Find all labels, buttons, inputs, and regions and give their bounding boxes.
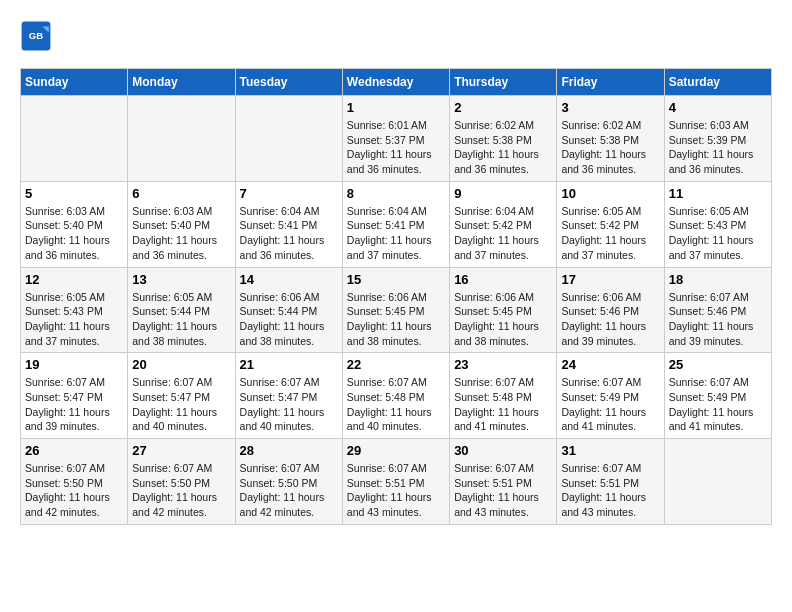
day-number: 12 [25,272,123,287]
calendar-cell [235,96,342,182]
day-detail: Sunrise: 6:07 AM Sunset: 5:48 PM Dayligh… [347,375,445,434]
week-row-4: 19Sunrise: 6:07 AM Sunset: 5:47 PM Dayli… [21,353,772,439]
day-number: 7 [240,186,338,201]
calendar-cell: 5Sunrise: 6:03 AM Sunset: 5:40 PM Daylig… [21,181,128,267]
calendar-cell [21,96,128,182]
day-number: 31 [561,443,659,458]
calendar-cell: 3Sunrise: 6:02 AM Sunset: 5:38 PM Daylig… [557,96,664,182]
day-number: 4 [669,100,767,115]
day-detail: Sunrise: 6:07 AM Sunset: 5:48 PM Dayligh… [454,375,552,434]
day-number: 23 [454,357,552,372]
day-number: 18 [669,272,767,287]
day-number: 6 [132,186,230,201]
calendar-cell: 4Sunrise: 6:03 AM Sunset: 5:39 PM Daylig… [664,96,771,182]
day-number: 24 [561,357,659,372]
calendar-cell: 17Sunrise: 6:06 AM Sunset: 5:46 PM Dayli… [557,267,664,353]
week-row-5: 26Sunrise: 6:07 AM Sunset: 5:50 PM Dayli… [21,439,772,525]
day-detail: Sunrise: 6:05 AM Sunset: 5:43 PM Dayligh… [25,290,123,349]
calendar-cell: 23Sunrise: 6:07 AM Sunset: 5:48 PM Dayli… [450,353,557,439]
calendar-cell: 27Sunrise: 6:07 AM Sunset: 5:50 PM Dayli… [128,439,235,525]
day-detail: Sunrise: 6:07 AM Sunset: 5:47 PM Dayligh… [240,375,338,434]
calendar-cell: 25Sunrise: 6:07 AM Sunset: 5:49 PM Dayli… [664,353,771,439]
day-detail: Sunrise: 6:03 AM Sunset: 5:39 PM Dayligh… [669,118,767,177]
calendar-cell: 18Sunrise: 6:07 AM Sunset: 5:46 PM Dayli… [664,267,771,353]
calendar-cell: 8Sunrise: 6:04 AM Sunset: 5:41 PM Daylig… [342,181,449,267]
day-detail: Sunrise: 6:07 AM Sunset: 5:51 PM Dayligh… [347,461,445,520]
header-sunday: Sunday [21,69,128,96]
day-detail: Sunrise: 6:04 AM Sunset: 5:41 PM Dayligh… [240,204,338,263]
calendar-cell: 10Sunrise: 6:05 AM Sunset: 5:42 PM Dayli… [557,181,664,267]
day-detail: Sunrise: 6:07 AM Sunset: 5:51 PM Dayligh… [454,461,552,520]
header-tuesday: Tuesday [235,69,342,96]
header-friday: Friday [557,69,664,96]
day-number: 30 [454,443,552,458]
day-number: 10 [561,186,659,201]
header-monday: Monday [128,69,235,96]
week-row-3: 12Sunrise: 6:05 AM Sunset: 5:43 PM Dayli… [21,267,772,353]
calendar-header-row: SundayMondayTuesdayWednesdayThursdayFrid… [21,69,772,96]
day-number: 3 [561,100,659,115]
day-detail: Sunrise: 6:06 AM Sunset: 5:46 PM Dayligh… [561,290,659,349]
calendar-cell: 14Sunrise: 6:06 AM Sunset: 5:44 PM Dayli… [235,267,342,353]
header-wednesday: Wednesday [342,69,449,96]
day-number: 17 [561,272,659,287]
day-number: 29 [347,443,445,458]
day-number: 28 [240,443,338,458]
day-detail: Sunrise: 6:05 AM Sunset: 5:44 PM Dayligh… [132,290,230,349]
day-detail: Sunrise: 6:03 AM Sunset: 5:40 PM Dayligh… [132,204,230,263]
svg-text:GB: GB [29,30,43,41]
day-detail: Sunrise: 6:07 AM Sunset: 5:49 PM Dayligh… [669,375,767,434]
calendar-table: SundayMondayTuesdayWednesdayThursdayFrid… [20,68,772,525]
calendar-cell: 30Sunrise: 6:07 AM Sunset: 5:51 PM Dayli… [450,439,557,525]
day-detail: Sunrise: 6:05 AM Sunset: 5:42 PM Dayligh… [561,204,659,263]
day-number: 19 [25,357,123,372]
calendar-cell: 6Sunrise: 6:03 AM Sunset: 5:40 PM Daylig… [128,181,235,267]
page-header: GB [20,20,772,52]
day-number: 15 [347,272,445,287]
day-number: 9 [454,186,552,201]
day-detail: Sunrise: 6:02 AM Sunset: 5:38 PM Dayligh… [454,118,552,177]
day-number: 5 [25,186,123,201]
day-detail: Sunrise: 6:07 AM Sunset: 5:50 PM Dayligh… [240,461,338,520]
logo: GB [20,20,56,52]
calendar-cell [128,96,235,182]
day-detail: Sunrise: 6:04 AM Sunset: 5:41 PM Dayligh… [347,204,445,263]
day-detail: Sunrise: 6:07 AM Sunset: 5:49 PM Dayligh… [561,375,659,434]
day-number: 11 [669,186,767,201]
day-number: 20 [132,357,230,372]
day-detail: Sunrise: 6:07 AM Sunset: 5:50 PM Dayligh… [25,461,123,520]
calendar-cell: 13Sunrise: 6:05 AM Sunset: 5:44 PM Dayli… [128,267,235,353]
day-detail: Sunrise: 6:07 AM Sunset: 5:50 PM Dayligh… [132,461,230,520]
day-detail: Sunrise: 6:07 AM Sunset: 5:47 PM Dayligh… [25,375,123,434]
week-row-1: 1Sunrise: 6:01 AM Sunset: 5:37 PM Daylig… [21,96,772,182]
calendar-cell: 7Sunrise: 6:04 AM Sunset: 5:41 PM Daylig… [235,181,342,267]
calendar-cell: 22Sunrise: 6:07 AM Sunset: 5:48 PM Dayli… [342,353,449,439]
calendar-cell: 20Sunrise: 6:07 AM Sunset: 5:47 PM Dayli… [128,353,235,439]
calendar-cell: 26Sunrise: 6:07 AM Sunset: 5:50 PM Dayli… [21,439,128,525]
calendar-cell: 31Sunrise: 6:07 AM Sunset: 5:51 PM Dayli… [557,439,664,525]
day-detail: Sunrise: 6:06 AM Sunset: 5:45 PM Dayligh… [454,290,552,349]
day-number: 13 [132,272,230,287]
calendar-cell: 24Sunrise: 6:07 AM Sunset: 5:49 PM Dayli… [557,353,664,439]
day-number: 14 [240,272,338,287]
day-number: 21 [240,357,338,372]
day-number: 1 [347,100,445,115]
day-number: 27 [132,443,230,458]
day-detail: Sunrise: 6:06 AM Sunset: 5:45 PM Dayligh… [347,290,445,349]
calendar-cell: 11Sunrise: 6:05 AM Sunset: 5:43 PM Dayli… [664,181,771,267]
day-detail: Sunrise: 6:02 AM Sunset: 5:38 PM Dayligh… [561,118,659,177]
logo-icon: GB [20,20,52,52]
day-number: 26 [25,443,123,458]
day-detail: Sunrise: 6:03 AM Sunset: 5:40 PM Dayligh… [25,204,123,263]
calendar-cell: 29Sunrise: 6:07 AM Sunset: 5:51 PM Dayli… [342,439,449,525]
week-row-2: 5Sunrise: 6:03 AM Sunset: 5:40 PM Daylig… [21,181,772,267]
calendar-cell: 9Sunrise: 6:04 AM Sunset: 5:42 PM Daylig… [450,181,557,267]
day-detail: Sunrise: 6:07 AM Sunset: 5:51 PM Dayligh… [561,461,659,520]
calendar-cell: 1Sunrise: 6:01 AM Sunset: 5:37 PM Daylig… [342,96,449,182]
header-saturday: Saturday [664,69,771,96]
calendar-cell: 21Sunrise: 6:07 AM Sunset: 5:47 PM Dayli… [235,353,342,439]
day-number: 8 [347,186,445,201]
day-detail: Sunrise: 6:07 AM Sunset: 5:47 PM Dayligh… [132,375,230,434]
calendar-cell: 19Sunrise: 6:07 AM Sunset: 5:47 PM Dayli… [21,353,128,439]
calendar-cell: 28Sunrise: 6:07 AM Sunset: 5:50 PM Dayli… [235,439,342,525]
